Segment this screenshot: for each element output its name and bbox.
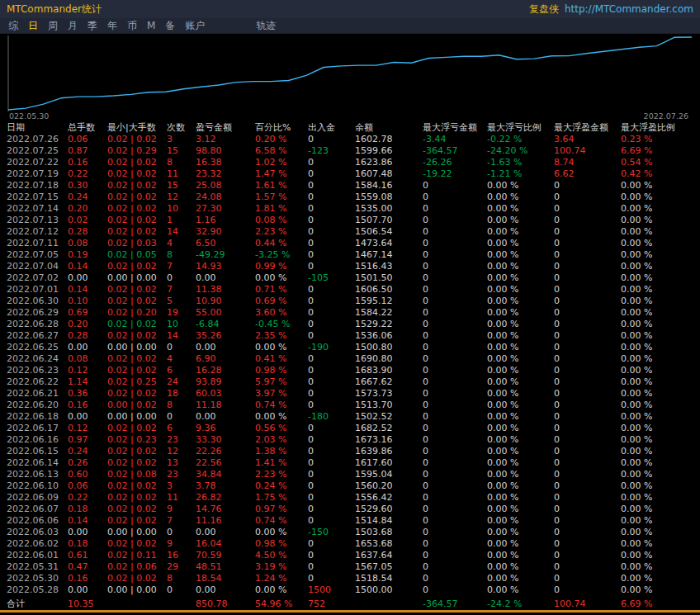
- column-header[interactable]: 出入金: [308, 121, 355, 134]
- column-header[interactable]: 百分比%: [255, 121, 308, 134]
- table-row[interactable]: 2022.05.300.160.02 | 0.02818.541.24 %015…: [0, 573, 700, 584]
- menu-item-track[interactable]: 轨迹: [251, 19, 281, 33]
- table-row[interactable]: 2022.07.140.200.02 | 0.021027.301.81 %01…: [0, 203, 700, 215]
- table-row[interactable]: 2022.07.180.300.02 | 0.021525.081.61 %01…: [0, 180, 700, 192]
- table-row[interactable]: 2022.06.100.060.02 | 0.0233.780.24 %0156…: [0, 480, 700, 492]
- menu-item-month[interactable]: 月: [63, 19, 83, 33]
- table-row[interactable]: 2022.07.110.080.02 | 0.0346.500.44 %0147…: [0, 238, 700, 249]
- table-row[interactable]: 2022.06.280.200.02 | 0.0210-6.84-0.45 %0…: [0, 319, 700, 330]
- table-cell: 25.08: [196, 180, 255, 192]
- menu-item-currency[interactable]: 币: [122, 19, 142, 33]
- menu-item-week[interactable]: 周: [43, 19, 63, 33]
- table-cell: 0: [308, 423, 355, 434]
- table-row[interactable]: 2022.07.260.060.02 | 0.0233.120.20 %0160…: [0, 134, 700, 145]
- column-header[interactable]: 总手数: [68, 121, 107, 134]
- column-header[interactable]: 最大浮盈金额: [554, 121, 621, 134]
- table-cell: 2022.06.07: [7, 504, 68, 515]
- table-row[interactable]: 2022.06.160.970.02 | 0.232333.302.03 %01…: [0, 434, 700, 446]
- table-cell: 5.97 %: [255, 376, 308, 388]
- table-row[interactable]: 2022.06.010.610.02 | 0.111670.594.50 %01…: [0, 550, 700, 561]
- table-cell: 0: [308, 296, 355, 307]
- table-cell: 0: [423, 249, 487, 261]
- table-row[interactable]: 2022.06.150.240.02 | 0.021222.261.38 %01…: [0, 446, 700, 457]
- stats-table: 日期总手数最小|大手数次数盈亏金额百分比%出入金余额最大浮亏金额最大浮亏比例最大…: [0, 121, 700, 613]
- table-cell: 4: [167, 353, 196, 365]
- table-cell: 0.00 %: [487, 261, 554, 272]
- table-cell: 34.84: [196, 469, 255, 480]
- table-row[interactable]: 2022.06.170.120.02 | 0.0269.360.56 %0168…: [0, 423, 700, 434]
- table-row[interactable]: 2022.07.190.220.02 | 0.021123.321.47 %01…: [0, 168, 700, 180]
- table-row[interactable]: 2022.07.250.870.02 | 0.291598.806.58 %-1…: [0, 145, 700, 157]
- table-row[interactable]: 2022.07.130.020.02 | 0.0211.160.08 %0150…: [0, 215, 700, 226]
- table-row[interactable]: 2022.06.180.000.00 | 0.0000.000.00 %-180…: [0, 411, 700, 423]
- table-cell: 1: [167, 215, 196, 226]
- menu-item-quarter[interactable]: 季: [83, 19, 102, 33]
- column-header[interactable]: 次数: [167, 121, 196, 134]
- table-row[interactable]: 2022.06.090.220.02 | 0.021126.821.75 %01…: [0, 492, 700, 504]
- table-row[interactable]: 2022.06.250.000.00 | 0.0000.000.00 %-190…: [0, 342, 700, 353]
- table-cell: 0.00 %: [621, 296, 700, 307]
- menu-item-day[interactable]: 日: [23, 19, 43, 33]
- table-row[interactable]: 2022.05.310.470.02 | 0.062948.513.19 %01…: [0, 561, 700, 573]
- equity-chart-panel[interactable]: 022.05.30 2022.07.26: [0, 34, 700, 121]
- website-link[interactable]: http://MTCommander.com: [565, 3, 693, 15]
- table-row[interactable]: 2022.06.140.260.02 | 0.021322.561.41 %01…: [0, 457, 700, 469]
- column-header[interactable]: 最小|大手数: [107, 121, 167, 134]
- column-header[interactable]: 盈亏金额: [196, 121, 255, 134]
- table-cell: 2022.07.11: [7, 238, 68, 249]
- table-row[interactable]: 2022.06.130.600.02 | 0.082334.842.23 %01…: [0, 469, 700, 480]
- column-header[interactable]: 日期: [7, 121, 68, 134]
- column-header[interactable]: 余额: [355, 121, 423, 134]
- table-cell: 26.82: [196, 492, 255, 504]
- table-row[interactable]: 2022.06.240.080.02 | 0.0246.900.41 %0169…: [0, 353, 700, 365]
- table-row[interactable]: 2022.07.010.140.02 | 0.02711.380.71 %016…: [0, 284, 700, 296]
- table-row[interactable]: 2022.06.200.160.00 | 0.02811.180.74 %015…: [0, 400, 700, 411]
- brand-label: 复盘侠: [529, 2, 559, 17]
- table-cell: 0.00 %: [487, 249, 554, 261]
- table-cell: 0.00 %: [487, 353, 554, 365]
- table-row[interactable]: 2022.06.270.280.02 | 0.021435.262.35 %01…: [0, 330, 700, 342]
- table-cell: 0: [308, 157, 355, 168]
- table-cell: 0: [423, 319, 487, 330]
- table-row[interactable]: 2022.06.020.180.02 | 0.02916.040.98 %016…: [0, 538, 700, 550]
- table-row[interactable]: 2022.05.280.000.00 | 0.0000.000.00 %1500…: [0, 584, 700, 596]
- table-cell: 3.78: [196, 480, 255, 492]
- column-header[interactable]: 最大浮亏金额: [423, 121, 487, 134]
- table-row[interactable]: 2022.07.020.000.00 | 0.0000.000.00 %-105…: [0, 272, 700, 284]
- table-cell: 0.00 %: [487, 538, 554, 550]
- column-header[interactable]: 最大浮亏比例: [487, 121, 554, 134]
- menu-item-year[interactable]: 年: [102, 19, 122, 33]
- table-cell: 11.18: [196, 400, 255, 411]
- table-cell: 3.97 %: [255, 388, 308, 400]
- table-row[interactable]: 2022.07.150.240.02 | 0.021224.081.57 %01…: [0, 192, 700, 203]
- table-cell: 0.00 %: [621, 400, 700, 411]
- table-cell: 0.00: [68, 342, 107, 353]
- table-cell: 0.00 %: [621, 249, 700, 261]
- table-row[interactable]: 2022.07.040.140.02 | 0.02714.930.99 %015…: [0, 261, 700, 272]
- table-cell: 1606.50: [355, 284, 423, 296]
- table-row[interactable]: 2022.06.230.120.02 | 0.02616.280.98 %016…: [0, 365, 700, 376]
- table-row[interactable]: 2022.06.070.180.02 | 0.02914.760.97 %015…: [0, 504, 700, 515]
- table-row[interactable]: 2022.07.120.280.02 | 0.021432.902.23 %01…: [0, 226, 700, 238]
- table-row[interactable]: 2022.06.221.140.02 | 0.252493.895.97 %01…: [0, 376, 700, 388]
- table-row[interactable]: 2022.06.290.690.02 | 0.201955.003.60 %01…: [0, 307, 700, 319]
- table-cell: 0: [308, 388, 355, 400]
- table-cell: 3.12: [196, 134, 255, 145]
- table-cell: 0: [308, 249, 355, 261]
- table-row[interactable]: 2022.06.300.100.02 | 0.02510.900.69 %015…: [0, 296, 700, 307]
- table-cell: 0: [554, 550, 621, 561]
- table-row[interactable]: 2022.06.030.000.00 | 0.0000.000.00 %-150…: [0, 527, 700, 538]
- column-header[interactable]: 最大浮盈比例: [621, 121, 700, 134]
- table-cell: 0: [308, 330, 355, 342]
- menu-item-account[interactable]: 账户: [180, 19, 210, 33]
- menu-item-summary[interactable]: 综: [3, 19, 23, 33]
- table-row[interactable]: 2022.07.050.190.02 | 0.058-49.29-3.25 %0…: [0, 249, 700, 261]
- table-row[interactable]: 2022.06.210.360.02 | 0.021860.033.97 %01…: [0, 388, 700, 400]
- menu-item-memo[interactable]: 备: [160, 19, 180, 33]
- table-cell: 2022.06.16: [7, 434, 68, 446]
- menu-item-m[interactable]: M: [142, 20, 160, 31]
- table-cell: 0.44 %: [255, 238, 308, 249]
- table-row[interactable]: 2022.06.060.140.02 | 0.02711.160.74 %015…: [0, 515, 700, 527]
- table-row[interactable]: 2022.07.220.160.02 | 0.02816.381.02 %016…: [0, 157, 700, 168]
- table-cell: 0.06: [68, 480, 107, 492]
